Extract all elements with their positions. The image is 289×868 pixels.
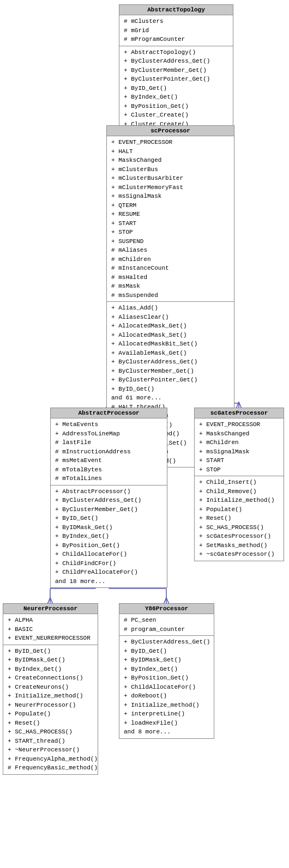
abstract-processor-attributes: + MetaEvents + AddressToLineMap # lastFi… — [51, 418, 167, 485]
sc-gates-processor-box: scGatesProcessor + EVENT_PROCESSOR + Mas… — [194, 408, 284, 561]
abstract-processor-title: AbstractProcessor — [51, 408, 167, 418]
abstract-topology-title: AbstractTopology — [119, 5, 233, 15]
sc-processor-title: scProcessor — [107, 126, 234, 136]
y86-processor-title: Y86Processor — [119, 604, 214, 614]
neurer-processor-title: NeurerProcessor — [3, 604, 98, 614]
abstract-topology-attributes: # mClusters # mGrid # mProgramCounter — [119, 15, 233, 46]
sc-gates-processor-title: scGatesProcessor — [195, 408, 284, 418]
sc-processor-attributes: + EVENT_PROCESSOR + HALT + MasksChanged … — [107, 136, 234, 302]
sc-gates-processor-attributes: + EVENT_PROCESSOR + MasksChanged + mChil… — [195, 418, 284, 476]
diagram-container: AbstractTopology # mClusters # mGrid # m… — [0, 0, 289, 868]
neurer-processor-attributes: + ALPHA + BASIC + EVENT_NEURERPROCESSOR — [3, 614, 98, 645]
neurer-processor-box: NeurerProcessor + ALPHA + BASIC + EVENT_… — [3, 603, 98, 775]
neurer-processor-methods: + ByID_Get() + ByIDMask_Get() + ByIndex_… — [3, 645, 98, 774]
y86-processor-attributes: # PC_seen # program_counter — [119, 614, 214, 636]
sc-gates-processor-methods: + Child_Insert() + Child_Remove() + Init… — [195, 476, 284, 561]
abstract-processor-methods: + AbstractProcessor() + ByClusterAddress… — [51, 485, 167, 588]
y86-processor-methods: + ByClusterAddress_Get() + ByID_Get() + … — [119, 636, 214, 738]
abstract-processor-box: AbstractProcessor + MetaEvents + Address… — [50, 408, 167, 588]
y86-processor-box: Y86Processor # PC_seen # program_counter… — [119, 603, 214, 739]
